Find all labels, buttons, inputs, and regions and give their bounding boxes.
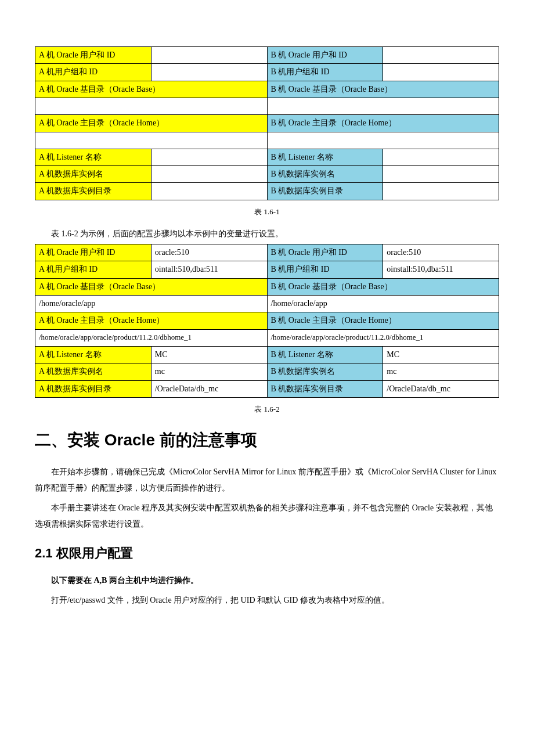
t2-cell: B 机数据库实例名 [267,363,383,380]
t1-cell [151,183,267,200]
t1-cell: B 机 Oracle 主目录（Oracle Home） [267,115,499,132]
t2-cell: B 机 Oracle 用户和 ID [267,244,383,261]
t1-cell: A 机 Oracle 用户和 ID [35,47,151,64]
t1-cell: A 机数据库实例名 [35,165,151,182]
t2-cell: /home/oracle/app [35,296,268,312]
t1-cell: B 机 Listener 名称 [267,149,383,165]
t1-cell [151,149,267,165]
t2-cell: A 机数据库实例名 [35,363,151,380]
paragraph-intro: 表 1.6-2 为示例，后面的配置步骤均以本示例中的变量进行设置。 [35,228,499,240]
t2-cell: A 机 Oracle 基目录（Oracle Base） [35,278,268,295]
t2-cell: ointall:510,dba:511 [151,261,267,278]
table-1-6-2: A 机 Oracle 用户和 ID oracle:510 B 机 Oracle … [35,244,499,398]
t2-cell: /home/oracle/app/oracle/product/11.2.0/d… [35,329,268,346]
t2-cell: A 机 Listener 名称 [35,346,151,363]
t2-cell: MC [383,346,499,363]
paragraph-4: 打开/etc/passwd 文件，找到 Oracle 用户对应的行，把 UID … [35,592,499,609]
paragraph-1: 在开始本步骤前，请确保已完成《MicroColor ServHA Mirror … [35,464,499,496]
table-1-6-1: A 机 Oracle 用户和 ID B 机 Oracle 用户和 ID A 机用… [35,46,499,200]
t1-cell [35,98,268,115]
table-1-6-2-caption: 表 1.6-2 [35,404,499,416]
t2-cell: mc [151,363,267,380]
t2-cell: B 机用户组和 ID [267,261,383,278]
t1-cell [151,165,267,182]
t1-cell [35,132,268,149]
t2-cell: A 机 Oracle 用户和 ID [35,244,151,261]
table-1-6-1-caption: 表 1.6-1 [35,206,499,218]
t2-cell: /home/oracle/app [267,296,499,312]
t1-cell: A 机 Oracle 主目录（Oracle Home） [35,115,268,132]
t1-cell: B 机用户组和 ID [267,64,383,81]
t2-cell: B 机数据库实例目录 [267,380,383,397]
t1-cell [151,64,267,81]
t1-cell [267,132,499,149]
t1-cell [151,47,267,64]
t1-cell: B 机数据库实例目录 [267,183,383,200]
t2-cell: /home/oracle/app/oracle/product/11.2.0/d… [267,329,499,346]
t1-cell [383,149,499,165]
paragraph-2: 本手册主要讲述在 Oracle 程序及其实例安装中配置双机热备的相关步骤和注意事… [35,500,499,532]
t1-cell: B 机数据库实例名 [267,165,383,182]
t1-cell: B 机 Oracle 用户和 ID [267,47,383,64]
t1-cell [383,183,499,200]
t2-cell: B 机 Oracle 基目录（Oracle Base） [267,278,499,295]
t1-cell: A 机数据库实例目录 [35,183,151,200]
t2-cell: B 机 Oracle 主目录（Oracle Home） [267,312,499,329]
t2-cell: mc [383,363,499,380]
heading-section-2: 二、安装 Oracle 前的注意事项 [35,427,499,453]
t1-cell: A 机 Listener 名称 [35,149,151,165]
paragraph-3: 以下需要在 A,B 两台主机中均进行操作。 [35,573,499,589]
t2-cell: /OracleData/db_mc [151,380,267,397]
t1-cell: B 机 Oracle 基目录（Oracle Base） [267,81,499,98]
t1-cell [267,98,499,115]
t2-cell: MC [151,346,267,363]
heading-section-2-1: 2.1 权限用户配置 [35,543,499,563]
t2-cell: oracle:510 [383,244,499,261]
t2-cell: oracle:510 [151,244,267,261]
t2-cell: A 机 Oracle 主目录（Oracle Home） [35,312,268,329]
t1-cell [383,64,499,81]
t2-cell: A 机数据库实例目录 [35,380,151,397]
t1-cell [383,47,499,64]
t2-cell: A 机用户组和 ID [35,261,151,278]
t1-cell: A 机 Oracle 基目录（Oracle Base） [35,81,268,98]
t2-cell: /OracleData/db_mc [383,380,499,397]
t2-cell: B 机 Listener 名称 [267,346,383,363]
t2-cell: oinstall:510,dba:511 [383,261,499,278]
t1-cell [383,165,499,182]
t1-cell: A 机用户组和 ID [35,64,151,81]
